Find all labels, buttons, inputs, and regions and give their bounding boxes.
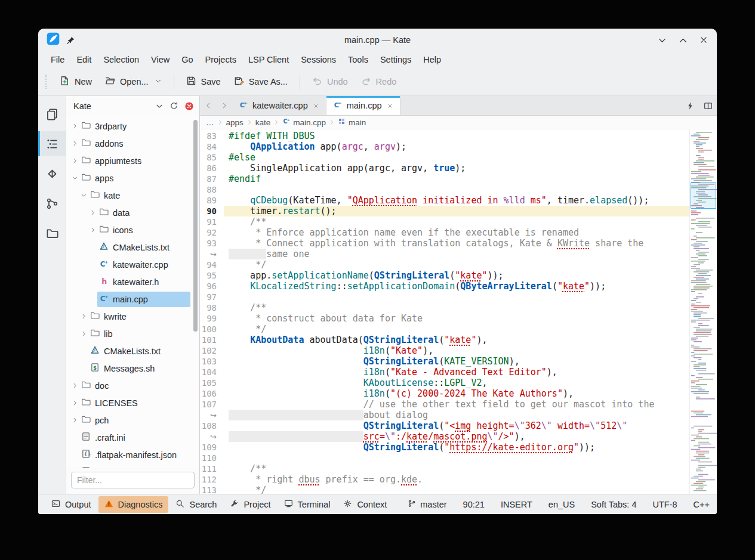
- tree-item-messages-sh[interactable]: $Messages.sh: [66, 360, 199, 377]
- breadcrumb-main-cpp[interactable]: C++main.cpp: [282, 117, 326, 127]
- project-close-button[interactable]: [184, 101, 194, 111]
- dock-filesystem-button[interactable]: [38, 221, 66, 246]
- minimap-viewport[interactable]: [691, 182, 716, 209]
- tree-item-apps[interactable]: apps: [66, 169, 199, 187]
- project-refresh-button[interactable]: [170, 101, 178, 110]
- tree-item-pch[interactable]: pch: [66, 412, 199, 429]
- tree-item-3rdparty[interactable]: 3rdparty: [66, 117, 199, 135]
- code-line[interactable]: 105 KAboutLicense::LGPL_V2,: [200, 378, 689, 388]
- code-line[interactable]: 113 */: [200, 485, 689, 494]
- save-button[interactable]: Save: [180, 72, 227, 92]
- redo-button[interactable]: Redo: [355, 72, 403, 92]
- menu-selection[interactable]: Selection: [98, 53, 144, 66]
- breadcrumb-main[interactable]: main: [338, 117, 366, 127]
- menu-settings[interactable]: Settings: [375, 53, 417, 66]
- tree-item-licenses[interactable]: LICENSES: [66, 394, 199, 412]
- open-dropdown-arrow[interactable]: [155, 77, 162, 86]
- code-line[interactable]: 86 SingleApplication app(argc, argv, tru…: [200, 163, 689, 174]
- quick-actions-button[interactable]: [681, 96, 699, 115]
- code-line[interactable]: 108 QStringLiteral("<img height=\"362\" …: [200, 420, 689, 431]
- project-switch-button[interactable]: [155, 102, 164, 110]
- code-line[interactable]: 91 /**: [200, 216, 689, 227]
- code-line[interactable]: 98 /**: [200, 302, 689, 313]
- code-line[interactable]: 104 i18n("Kate - Advanced Text Editor"),: [200, 367, 689, 378]
- menu-file[interactable]: File: [45, 53, 70, 66]
- tree-item-icons[interactable]: icons: [66, 221, 199, 239]
- code-line[interactable]: 110: [200, 453, 689, 463]
- tree-item-kwrite[interactable]: kwrite: [66, 308, 199, 325]
- statusbar-diagnostics-button[interactable]: Diagnostics: [98, 496, 169, 513]
- status-90-21[interactable]: 90:21: [463, 500, 485, 509]
- menu-help[interactable]: Help: [418, 53, 446, 66]
- tab-history-forward-button[interactable]: [216, 96, 232, 115]
- code-line[interactable]: 83#ifdef WITH_DBUS: [200, 131, 689, 141]
- breadcrumb-apps[interactable]: apps: [226, 118, 244, 127]
- menu-tools[interactable]: Tools: [343, 53, 374, 66]
- code-line[interactable]: 90 timer.restart();: [200, 206, 689, 216]
- menu-sessions[interactable]: Sessions: [295, 53, 341, 66]
- status-utf-8[interactable]: UTF-8: [652, 500, 677, 509]
- minimize-button[interactable]: [657, 35, 667, 45]
- tree-item-flatpak-manifest-json[interactable]: {}.flatpak-manifest.json: [66, 446, 199, 463]
- menu-projects[interactable]: Projects: [200, 53, 242, 66]
- tree-item-data[interactable]: data: [66, 204, 199, 221]
- code-line[interactable]: 112 * right dbus prefix == org.kde.: [200, 474, 689, 485]
- breadcrumb-kate[interactable]: kate: [255, 118, 271, 127]
- code-line[interactable]: 106 i18n("(c) 2000-2024 The Kate Authors…: [200, 388, 689, 399]
- statusbar-output-button[interactable]: Output: [45, 496, 97, 513]
- code-line[interactable]: 101 KAboutData aboutData(QStringLiteral(…: [200, 335, 689, 345]
- code-line[interactable]: 107 // use the other text field to get o…: [200, 399, 689, 410]
- tree-item-doc[interactable]: doc: [66, 377, 199, 394]
- new-button[interactable]: New: [53, 72, 98, 92]
- code-line[interactable]: 87#endif: [200, 174, 689, 184]
- toolbar-drag-handle[interactable]: [45, 75, 48, 89]
- statusbar-search-button[interactable]: Search: [170, 496, 223, 513]
- code-line[interactable]: 97: [200, 292, 689, 302]
- code-line[interactable]: 100 */: [200, 324, 689, 335]
- menu-go[interactable]: Go: [176, 53, 198, 66]
- tab-main-cpp[interactable]: C++main.cpp: [326, 96, 400, 115]
- menu-edit[interactable]: Edit: [71, 53, 97, 66]
- status-en-us[interactable]: en_US: [548, 500, 575, 509]
- pin-icon[interactable]: [66, 36, 75, 45]
- statusbar-context-button[interactable]: Context: [337, 496, 393, 513]
- titlebar[interactable]: main.cpp — Kate: [38, 29, 717, 51]
- tab-history-back-button[interactable]: [200, 96, 216, 115]
- code-line[interactable]: 102 i18n("Kate"),: [200, 345, 689, 356]
- tree-item-cmakelists-txt[interactable]: CMakeLists.txt: [66, 239, 199, 256]
- code-line[interactable]: 85#else: [200, 152, 689, 163]
- code-line[interactable]: ↪ about dialog: [200, 410, 689, 420]
- undo-button[interactable]: Undo: [306, 72, 355, 92]
- code-line[interactable]: 111 /**: [200, 463, 689, 474]
- tree-item-flatpak-manifest-jso[interactable]: {}.flatpak-manifest.jso: [66, 463, 199, 468]
- tab-katewaiter-cpp[interactable]: C++katewaiter.cpp: [232, 96, 326, 115]
- tree-item-katewaiter-h[interactable]: hkatewaiter.h: [66, 273, 199, 290]
- tree-item-addons[interactable]: addons: [66, 135, 199, 152]
- project-filter-input[interactable]: [71, 472, 195, 488]
- open-button[interactable]: Open...: [98, 72, 168, 92]
- status-master[interactable]: master: [408, 499, 446, 509]
- tree-item-cmakelists-txt[interactable]: CMakeLists.txt: [66, 342, 199, 360]
- statusbar-project-button[interactable]: Project: [224, 496, 276, 513]
- menu-view[interactable]: View: [146, 53, 175, 66]
- code-line[interactable]: 88: [200, 184, 689, 195]
- code-line[interactable]: 94 */: [200, 259, 689, 270]
- dock-commits-button[interactable]: [38, 191, 66, 216]
- tree-item-appiumtests[interactable]: appiumtests: [66, 152, 199, 169]
- code-view[interactable]: 83#ifdef WITH_DBUS84 QApplication app(ar…: [200, 129, 689, 494]
- maximize-button[interactable]: [678, 35, 688, 45]
- status-insert[interactable]: INSERT: [501, 500, 532, 509]
- code-line[interactable]: ↪ same one: [200, 249, 689, 259]
- tab-close-button[interactable]: [313, 103, 319, 109]
- status-c[interactable]: C++: [694, 500, 710, 509]
- statusbar-terminal-button[interactable]: Terminal: [278, 496, 337, 513]
- code-line[interactable]: 109 QStringLiteral("https://kate-editor.…: [200, 442, 689, 453]
- code-line[interactable]: 103 QStringLiteral(KATE_VERSION),: [200, 356, 689, 367]
- save-as-button[interactable]: Save As...: [227, 72, 294, 92]
- tree-item-lib[interactable]: lib: [66, 325, 199, 342]
- code-line[interactable]: 95 app.setApplicationName(QStringLiteral…: [200, 270, 689, 281]
- tab-close-button[interactable]: [387, 103, 393, 109]
- tree-scrollbar[interactable]: [193, 120, 198, 332]
- minimap[interactable]: [689, 129, 717, 494]
- code-line[interactable]: 99 * construct about data for Kate: [200, 313, 689, 324]
